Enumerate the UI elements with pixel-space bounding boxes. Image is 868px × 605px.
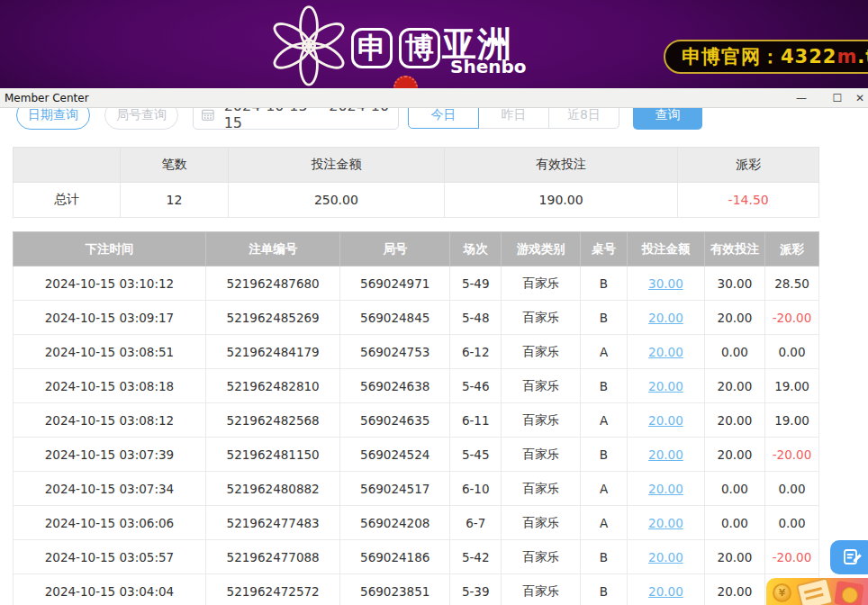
bet-amount-link[interactable]: 20.00 xyxy=(648,516,683,530)
cell-table-no: B xyxy=(581,540,628,574)
cell-bet-id: 521962481150 xyxy=(205,438,339,472)
cell-valid-bet: 0.00 xyxy=(704,472,764,506)
bet-amount-link[interactable]: 20.00 xyxy=(648,311,683,325)
summary-payout-value: -14.50 xyxy=(678,183,819,218)
header-table-no: 桌号 xyxy=(581,232,628,266)
bet-amount-link[interactable]: 20.00 xyxy=(648,584,683,599)
summary-bet-amount-value: 250.00 xyxy=(228,183,444,218)
seal-char-shen: 申 xyxy=(351,28,393,68)
feedback-button[interactable] xyxy=(830,540,868,574)
cell-table-no: A xyxy=(581,506,628,540)
table-row: 2024-10-15 03:08:18 521962482810 5690246… xyxy=(14,369,819,403)
table-row: 2024-10-15 03:07:39 521962481150 5690245… xyxy=(14,438,819,472)
cell-valid-bet: 20.00 xyxy=(704,369,764,403)
cell-valid-bet: 20.00 xyxy=(704,540,764,574)
bet-amount-link[interactable]: 20.00 xyxy=(648,345,683,359)
cell-bet-time: 2024-10-15 03:08:12 xyxy=(14,403,206,438)
cell-round-id: 569024517 xyxy=(340,472,450,506)
header-bet-id: 注单编号 xyxy=(205,232,339,266)
cell-valid-bet: 30.00 xyxy=(704,266,764,301)
cell-table-no: A xyxy=(581,472,628,506)
cell-payout: -20.00 xyxy=(764,301,818,335)
brand-subname: Shenbo xyxy=(450,56,527,77)
cell-game-type: 百家乐 xyxy=(502,506,581,540)
cell-session: 6-12 xyxy=(450,335,502,369)
summary-total-label: 总计 xyxy=(14,183,121,218)
bet-table-header-row: 下注时间 注单编号 局号 场次 游戏类别 桌号 投注金额 有效投注 派彩 xyxy=(14,232,819,266)
cell-round-id: 569024208 xyxy=(340,506,450,540)
summary-header-payout: 派彩 xyxy=(678,148,819,183)
cell-valid-bet: 20.00 xyxy=(704,438,764,472)
table-row: 2024-10-15 03:04:04 521962472572 5690238… xyxy=(14,574,819,605)
cell-game-type: 百家乐 xyxy=(502,540,581,574)
cell-game-type: 百家乐 xyxy=(502,369,581,403)
cell-session: 5-49 xyxy=(450,266,502,301)
cell-round-id: 569024186 xyxy=(340,540,450,574)
cell-round-id: 569023851 xyxy=(340,574,450,605)
window-title: Member Center xyxy=(0,92,89,104)
cell-bet-time: 2024-10-15 03:10:12 xyxy=(14,266,206,301)
cell-bet-id: 521962472572 xyxy=(205,574,339,605)
cell-table-no: A xyxy=(581,403,628,438)
bet-amount-link[interactable]: 20.00 xyxy=(648,379,683,393)
cell-table-no: B xyxy=(581,574,628,605)
cell-valid-bet: 20.00 xyxy=(704,574,764,605)
cell-bet-id: 521962480882 xyxy=(205,472,339,506)
cell-valid-bet: 20.00 xyxy=(704,403,764,438)
cell-payout: 28.50 xyxy=(764,266,818,301)
cell-session: 6-11 xyxy=(450,403,502,438)
cell-game-type: 百家乐 xyxy=(502,266,581,301)
table-row: 2024-10-15 03:08:51 521962484179 5690247… xyxy=(14,335,819,369)
cell-valid-bet: 0.00 xyxy=(704,506,764,540)
summary-header-count: 笔数 xyxy=(121,148,229,183)
bet-amount-link[interactable]: 20.00 xyxy=(648,447,683,462)
gold-coin-icon: ¥ xyxy=(773,583,791,602)
official-site-tld: .tv xyxy=(857,46,868,68)
cell-payout: 0.00 xyxy=(764,472,818,506)
cell-bet-id: 521962482810 xyxy=(205,369,339,403)
table-row: 2024-10-15 03:10:12 521962487680 5690249… xyxy=(14,266,819,301)
brand-banner: 申 博 亚洲 Shenbo 申博官网： 4322 m .tv xyxy=(0,0,868,88)
cell-game-type: 百家乐 xyxy=(502,335,581,369)
official-site-m: m xyxy=(836,46,857,68)
cell-payout: -20.00 xyxy=(764,540,818,574)
close-button[interactable]: ✕ xyxy=(855,88,868,108)
cell-round-id: 569024971 xyxy=(340,266,450,301)
cell-valid-bet: 20.00 xyxy=(704,301,764,335)
cell-bet-time: 2024-10-15 03:09:17 xyxy=(14,301,206,335)
cell-round-id: 569024635 xyxy=(340,403,450,438)
minimize-button[interactable]: — xyxy=(783,88,819,108)
header-session: 场次 xyxy=(450,232,502,266)
member-center-window: 申 博 亚洲 Shenbo 申博官网： 4322 m .tv Member Ce… xyxy=(0,0,868,605)
cell-payout: 0.00 xyxy=(764,506,818,540)
official-site-pill[interactable]: 申博官网： 4322 m .tv xyxy=(664,40,868,74)
cell-payout: 19.00 xyxy=(764,403,818,438)
cell-bet-time: 2024-10-15 03:04:04 xyxy=(14,574,206,605)
table-row: 2024-10-15 03:06:06 521962477483 5690242… xyxy=(14,506,819,540)
cell-bet-id: 521962482568 xyxy=(205,403,339,438)
bet-amount-link[interactable]: 20.00 xyxy=(648,550,683,564)
cell-valid-bet: 0.00 xyxy=(704,335,764,369)
official-site-label: 申博官网： xyxy=(682,44,781,69)
cell-bet-id: 521962485269 xyxy=(205,301,339,335)
cell-payout: 0.00 xyxy=(764,335,818,369)
cell-round-id: 569024753 xyxy=(340,335,450,369)
cell-bet-time: 2024-10-15 03:08:18 xyxy=(14,369,206,403)
bet-records-table: 下注时间 注单编号 局号 场次 游戏类别 桌号 投注金额 有效投注 派彩 202… xyxy=(13,231,819,605)
cell-bet-time: 2024-10-15 03:06:06 xyxy=(14,506,206,540)
cell-table-no: B xyxy=(581,301,628,335)
bet-amount-link[interactable]: 20.00 xyxy=(648,413,683,428)
member-center-content: 日期查询 局号查询 2024-10-15 ~ 2024-10-15 今日 xyxy=(0,108,868,605)
cell-round-id: 569024524 xyxy=(340,438,450,472)
bet-amount-link[interactable]: 20.00 xyxy=(648,482,683,496)
cell-session: 6-7 xyxy=(450,506,502,540)
table-row: 2024-10-15 03:07:34 521962480882 5690245… xyxy=(14,472,819,506)
bet-amount-link[interactable]: 30.00 xyxy=(648,276,683,291)
cell-game-type: 百家乐 xyxy=(502,403,581,438)
red-envelope-promo[interactable]: ¥ xyxy=(766,578,868,605)
official-site-number: 4322 xyxy=(781,46,836,68)
cell-bet-id: 521962484179 xyxy=(205,335,339,369)
edit-note-icon xyxy=(842,546,863,568)
maximize-button[interactable]: ☐ xyxy=(819,88,855,108)
summary-table: 笔数 投注金额 有效投注 派彩 总计 12 250.00 190.00 -14.… xyxy=(13,147,819,218)
